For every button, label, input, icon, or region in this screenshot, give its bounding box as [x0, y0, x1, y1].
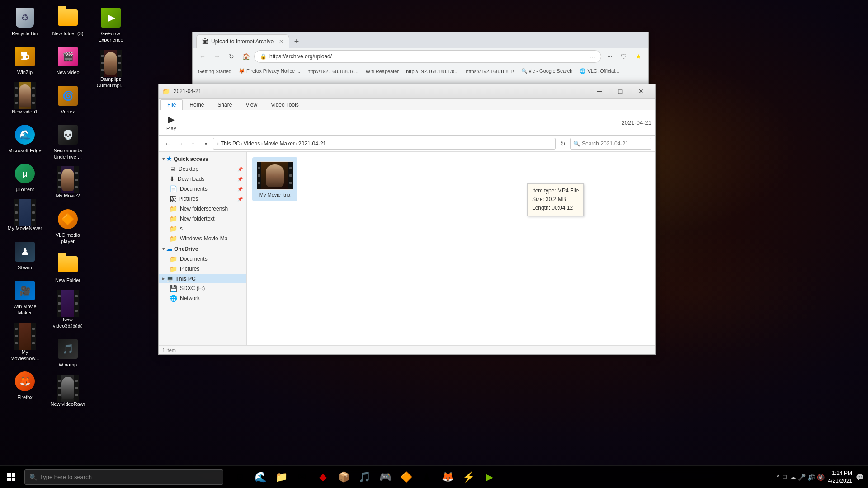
- desktop-icon-folder3[interactable]: New folder (3): [47, 5, 88, 39]
- address-bar[interactable]: 🔒 https://archive.org/upload/ …: [254, 50, 601, 63]
- bookmark-192-3[interactable]: https://192.168.188.1/: [464, 68, 515, 75]
- file-item-movie[interactable]: My Movie_tria: [252, 157, 297, 201]
- bookmark-vlc-search[interactable]: 🔍 vlc - Google Search: [519, 67, 575, 75]
- nav-network[interactable]: 🌐 Network: [159, 293, 246, 303]
- nav-onedrive-pics[interactable]: 📁 Pictures: [159, 264, 246, 274]
- bookmark-192-2[interactable]: http://192.168.188.1/b...: [404, 68, 460, 75]
- nav-pictures[interactable]: 🖼 Pictures 📌: [159, 194, 246, 204]
- desktop-icon-new-video1[interactable]: New video1: [5, 83, 45, 117]
- nav-onedrive-docs[interactable]: 📁 Documents: [159, 254, 246, 264]
- forward-button[interactable]: →: [211, 50, 223, 63]
- taskbar-diamond-icon[interactable]: ◆: [313, 467, 333, 487]
- refresh-explorer-btn[interactable]: ↻: [557, 138, 568, 149]
- desktop-icon-winzip[interactable]: 🗜 WinZip: [5, 43, 45, 78]
- close-button[interactable]: ✕: [631, 84, 651, 99]
- desktop-icon-recycle-bin[interactable]: ♻ Recycle Bin: [5, 5, 45, 39]
- tab-close-icon[interactable]: ✕: [279, 38, 283, 45]
- onedrive-header[interactable]: ▾ ☁ OneDrive: [159, 244, 246, 254]
- desktop-icon-vortex[interactable]: 🌀 Vortex: [47, 83, 88, 117]
- desktop-icon-necromunda[interactable]: 💀 Necromunda Underhive ...: [47, 122, 88, 163]
- this-pc-header[interactable]: ▸ 💻 This PC: [159, 274, 246, 283]
- explorer-back-btn[interactable]: ←: [162, 138, 173, 149]
- tab-home[interactable]: Home: [183, 99, 211, 110]
- back-button[interactable]: ←: [196, 50, 209, 63]
- taskbar-extra-icon[interactable]: ⚡: [458, 467, 478, 487]
- tab-share[interactable]: Share: [211, 99, 239, 110]
- desktop-icon-videoRawr[interactable]: New videoRawr: [47, 375, 88, 409]
- nav-desktop[interactable]: 🖥 Desktop 📌: [159, 164, 246, 174]
- desktop-icon-vlc[interactable]: 🔶 VLC media player: [47, 206, 88, 247]
- desktop-icon-steam[interactable]: ♟ Steam: [5, 239, 45, 273]
- tray-chevron[interactable]: ^: [777, 474, 780, 481]
- home-button[interactable]: 🏠: [240, 50, 252, 63]
- taskbar-firefox-taskbar-icon[interactable]: 🦊: [438, 467, 458, 487]
- taskbar-steam-taskbar-icon[interactable]: ♟: [417, 467, 437, 487]
- start-button[interactable]: [0, 466, 23, 488]
- desktop-icon-winamp[interactable]: 🎵 Winamp: [47, 336, 88, 370]
- desktop-icon-geforce[interactable]: ▶ GeForce Experience: [90, 5, 131, 46]
- tray-mute-icon[interactable]: 🔇: [817, 474, 825, 481]
- desktop-icon-firefox[interactable]: 🦊 Firefox: [5, 368, 45, 403]
- path-this-pc[interactable]: This PC: [221, 141, 240, 147]
- menu-button[interactable]: ···: [603, 50, 616, 63]
- nav-windows-movie[interactable]: 📁 Windows-Movie-Ma: [159, 234, 246, 244]
- tray-mic-icon[interactable]: 🎤: [798, 474, 806, 481]
- nav-folderscreen[interactable]: 📁 New folderscreensh: [159, 204, 246, 214]
- explorer-search-input[interactable]: [582, 141, 645, 147]
- explorer-search-box[interactable]: 🔍: [570, 138, 651, 150]
- taskbar-explorer-icon[interactable]: 📁: [271, 467, 291, 487]
- nav-documents[interactable]: 📄 Documents 📌: [159, 184, 246, 194]
- recent-locations-btn[interactable]: ▾: [200, 138, 211, 149]
- bookmark-icon[interactable]: ★: [632, 50, 645, 63]
- address-path[interactable]: › This PC › Videos › Movie Maker › 2021-…: [213, 138, 556, 150]
- desktop-icon-movieNever[interactable]: My MovieNever: [5, 199, 45, 234]
- bookmark-firefox-privacy[interactable]: 🦊 Firefox Privacy Notice ...: [237, 67, 302, 75]
- taskbar-mail-icon[interactable]: ✉: [292, 467, 312, 487]
- quick-access-header[interactable]: ▾ ★ Quick access: [159, 154, 246, 164]
- tray-monitor-icon[interactable]: 🖥: [782, 474, 788, 481]
- clock[interactable]: 1:24 PM 4/21/2021: [828, 469, 852, 485]
- tab-view[interactable]: View: [239, 99, 264, 110]
- taskbar-dropbox-icon[interactable]: 📦: [334, 467, 354, 487]
- tab-file[interactable]: File: [160, 99, 183, 110]
- nav-s[interactable]: 📁 s: [159, 224, 246, 234]
- refresh-button[interactable]: ↻: [225, 50, 238, 63]
- maximize-button[interactable]: □: [610, 84, 631, 99]
- desktop-icon-video3[interactable]: New video3@@@: [47, 291, 88, 332]
- minimize-button[interactable]: ─: [589, 84, 610, 99]
- bookmark-getting-started[interactable]: Getting Started: [196, 68, 233, 75]
- bookmark-192-1[interactable]: http://192.168.188.1/i...: [306, 68, 360, 75]
- taskbar-vlc-taskbar-icon[interactable]: 🔶: [396, 467, 416, 487]
- desktop-icon-utorrent[interactable]: μ µTorrent: [5, 160, 45, 195]
- taskbar-search-input[interactable]: [40, 474, 212, 480]
- taskbar-music-icon[interactable]: 🎵: [354, 467, 374, 487]
- play-ribbon-button[interactable]: ▶ Play: [162, 112, 180, 133]
- tab-video-tools[interactable]: Video Tools: [264, 99, 306, 110]
- taskbar-search-bar[interactable]: 🔍: [24, 469, 223, 485]
- taskbar-geforce-taskbar-icon[interactable]: ▶: [479, 467, 499, 487]
- desktop-icon-winmovie[interactable]: 🎥 Win Movie Maker: [5, 277, 45, 319]
- bookmark-vlc-official[interactable]: 🌐 VLC: Official...: [578, 67, 621, 75]
- bookmark-wifi[interactable]: Wifi-Reapeater: [364, 68, 401, 75]
- desktop-icon-movie2[interactable]: My Movie2: [47, 167, 88, 201]
- nav-foldertext[interactable]: 📁 New foldertext: [159, 214, 246, 224]
- desktop-icon-movieshow[interactable]: My Movieshow...: [5, 323, 45, 364]
- tray-cloud-icon[interactable]: ☁: [790, 474, 796, 481]
- nav-sdxc[interactable]: 💾 SDXC (F:): [159, 283, 246, 293]
- taskview-button[interactable]: ⊡: [230, 467, 250, 487]
- browser-tab[interactable]: 🏛 Upload to Internet Archive ✕: [196, 34, 289, 48]
- desktop-icon-edge[interactable]: 🌊 Microsoft Edge: [5, 122, 45, 156]
- notification-icon[interactable]: 💬: [856, 474, 863, 481]
- path-movie-maker[interactable]: Movie Maker: [264, 141, 295, 147]
- desktop-icon-damplips[interactable]: Damplips Cumdumpl...: [90, 50, 131, 91]
- explorer-up-btn[interactable]: ↑: [188, 138, 198, 149]
- nav-downloads[interactable]: ⬇ Downloads 📌: [159, 174, 246, 184]
- new-tab-button[interactable]: +: [290, 35, 303, 48]
- explorer-forward-btn[interactable]: →: [175, 138, 186, 149]
- desktop-icon-newvideo[interactable]: 🎬 New video: [47, 43, 88, 78]
- tray-speaker-icon[interactable]: 🔊: [807, 474, 815, 481]
- taskbar-edge-icon[interactable]: 🌊: [250, 467, 270, 487]
- taskbar-game-icon[interactable]: 🎮: [375, 467, 395, 487]
- path-date-folder[interactable]: 2021-04-21: [298, 141, 326, 147]
- desktop-icon-newfolder[interactable]: New Folder: [47, 251, 88, 286]
